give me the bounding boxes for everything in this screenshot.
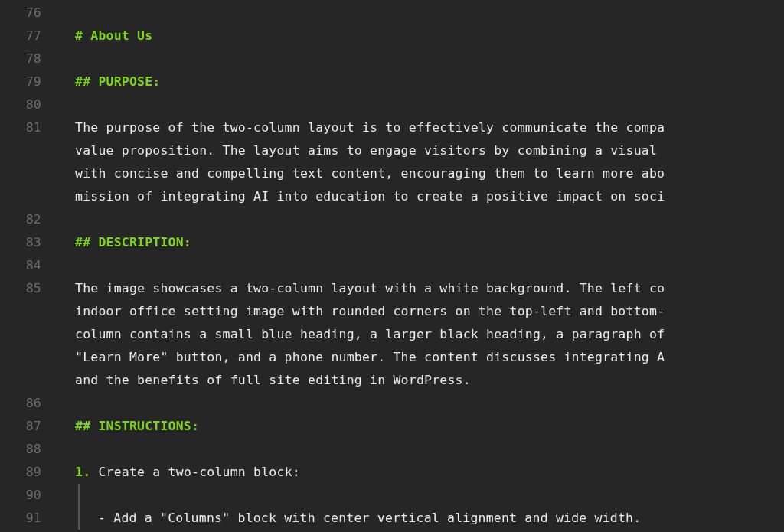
line-number: 90 xyxy=(0,484,41,507)
code-line[interactable] xyxy=(75,392,784,415)
paragraph-wrap[interactable]: "Learn More" button, and a phone number.… xyxy=(75,346,784,369)
markdown-h2-purpose[interactable]: ## PURPOSE: xyxy=(75,70,784,93)
paragraph-wrap[interactable]: with concise and compelling text content… xyxy=(75,162,784,185)
line-number: 76 xyxy=(0,2,41,24)
markdown-h2-description[interactable]: ## DESCRIPTION: xyxy=(75,231,784,254)
line-number: 77 xyxy=(0,24,41,47)
line-number: 85 xyxy=(0,277,41,300)
line-number: 80 xyxy=(0,93,41,116)
list-text: Create a two-column block: xyxy=(90,465,300,479)
paragraph-wrap[interactable]: mission of integrating AI into education… xyxy=(75,185,784,208)
list-text: Add a "Columns" block with center vertic… xyxy=(113,511,641,525)
line-number xyxy=(0,139,41,162)
code-line[interactable] xyxy=(75,208,784,231)
text: value proposition. The layout aims to en… xyxy=(75,143,657,158)
line-number xyxy=(0,369,41,392)
block-indent-bar xyxy=(78,484,98,507)
text: The image showcases a two-column layout … xyxy=(75,281,665,295)
line-number: 89 xyxy=(0,461,41,484)
line-number xyxy=(0,323,41,346)
paragraph-wrap[interactable]: value proposition. The layout aims to en… xyxy=(75,139,784,162)
text: with concise and compelling text content… xyxy=(75,166,665,181)
paragraph-wrap[interactable]: and the benefits of full site editing in… xyxy=(75,369,784,392)
line-number xyxy=(0,300,41,323)
text: "Learn More" button, and a phone number.… xyxy=(75,350,665,364)
code-line[interactable] xyxy=(75,93,784,116)
text: and the benefits of full site editing in… xyxy=(75,373,471,387)
block-indent-bar: - Add a "Columns" block with center vert… xyxy=(78,507,641,530)
line-number: 78 xyxy=(0,47,41,70)
paragraph-wrap[interactable]: indoor office setting image with rounded… xyxy=(75,300,784,323)
paragraph-line[interactable]: The purpose of the two-column layout is … xyxy=(75,116,784,139)
line-number xyxy=(0,162,41,185)
text: mission of integrating AI into education… xyxy=(75,189,665,204)
line-number: 81 xyxy=(0,116,41,139)
text: The purpose of the two-column layout is … xyxy=(75,120,665,135)
line-number: 79 xyxy=(0,70,41,93)
heading-text: # About Us xyxy=(75,28,152,43)
line-number: 83 xyxy=(0,231,41,254)
heading-text: ## DESCRIPTION: xyxy=(75,235,191,250)
line-number xyxy=(0,346,41,369)
code-line[interactable] xyxy=(75,2,784,24)
code-line[interactable] xyxy=(75,484,784,507)
list-number: 1. xyxy=(75,465,90,479)
paragraph-wrap[interactable]: column contains a small blue heading, a … xyxy=(75,323,784,346)
markdown-h1[interactable]: # About Us xyxy=(75,24,784,47)
line-number: 87 xyxy=(0,415,41,438)
paragraph-line[interactable]: The image showcases a two-column layout … xyxy=(75,277,784,300)
markdown-h2-instructions[interactable]: ## INSTRUCTIONS: xyxy=(75,415,784,438)
line-number xyxy=(0,185,41,208)
text: column contains a small blue heading, a … xyxy=(75,327,665,341)
line-number: 88 xyxy=(0,438,41,461)
line-number: 84 xyxy=(0,254,41,277)
bullet: - xyxy=(98,511,113,525)
editor-content[interactable]: # About Us ## PURPOSE: The purpose of th… xyxy=(55,0,784,532)
ordered-list-item[interactable]: 1. Create a two-column block: xyxy=(75,461,784,484)
unordered-list-item[interactable]: - Add a "Columns" block with center vert… xyxy=(75,507,784,530)
code-editor[interactable]: 76 77 78 79 80 81 82 83 84 85 86 87 88 8… xyxy=(0,0,784,532)
line-number: 82 xyxy=(0,208,41,231)
code-line[interactable] xyxy=(75,47,784,70)
text: indoor office setting image with rounded… xyxy=(75,304,665,318)
code-line[interactable] xyxy=(75,438,784,461)
code-line[interactable] xyxy=(75,254,784,277)
line-number: 91 xyxy=(0,507,41,530)
heading-text: ## INSTRUCTIONS: xyxy=(75,419,199,433)
heading-text: ## PURPOSE: xyxy=(75,74,160,89)
line-number: 86 xyxy=(0,392,41,415)
line-number-gutter: 76 77 78 79 80 81 82 83 84 85 86 87 88 8… xyxy=(0,0,55,532)
